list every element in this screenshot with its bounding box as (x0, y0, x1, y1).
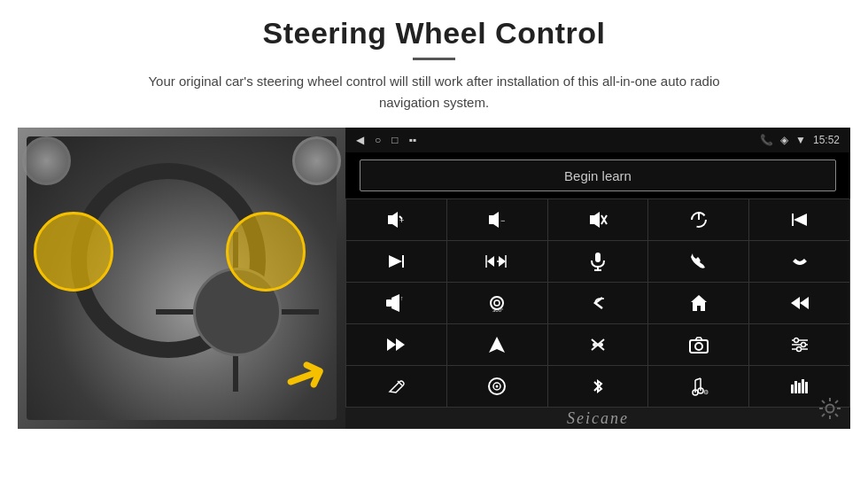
skip-forward-button[interactable] (447, 241, 547, 282)
power-button[interactable] (648, 199, 748, 240)
begin-learn-button[interactable]: Begin learn (360, 159, 836, 191)
svg-point-38 (600, 343, 603, 346)
watermark-text: Seicane (567, 409, 629, 428)
back-arrow-icon[interactable]: ◀ (356, 134, 364, 146)
next-track-button[interactable] (346, 241, 446, 282)
mic-button[interactable] (548, 241, 648, 282)
svg-marker-32 (387, 338, 396, 351)
controls-grid: + − (345, 198, 850, 408)
svg-point-45 (801, 343, 805, 347)
head-unit-screen: ◀ ○ □ ▪▪ 📞 ◈ ▼ 15:52 Begin learn (345, 128, 850, 429)
mute-button[interactable] (548, 199, 648, 240)
svg-marker-33 (396, 338, 405, 351)
svg-rect-60 (802, 379, 804, 393)
title-underline (413, 58, 455, 60)
begin-learn-row: Begin learn (345, 152, 850, 198)
svg-marker-12 (794, 214, 807, 226)
camera-button[interactable] (648, 324, 748, 365)
hang-up-button[interactable] (749, 241, 849, 282)
svg-rect-61 (805, 382, 808, 393)
content-row: ➜ ◀ ○ □ ▪▪ 📞 ◈ ▼ 15:52 (18, 128, 850, 429)
back-button[interactable] (548, 283, 648, 323)
svg-text:⚙: ⚙ (703, 389, 709, 395)
gauge-right (292, 136, 341, 185)
svg-point-44 (794, 338, 798, 343)
page-subtitle: Your original car's steering wheel contr… (124, 71, 744, 113)
call-button[interactable] (648, 241, 748, 282)
gauge-left (22, 136, 71, 185)
home-circle-icon[interactable]: ○ (375, 134, 381, 146)
phone-status-icon: 📞 (760, 134, 773, 146)
svg-point-40 (695, 343, 702, 350)
square-icon[interactable]: □ (391, 134, 398, 146)
rewind-button[interactable] (749, 283, 849, 323)
highlight-circle-right (226, 212, 306, 292)
svg-marker-16 (487, 256, 494, 267)
svg-rect-59 (798, 383, 801, 393)
status-left: ◀ ○ □ ▪▪ (356, 134, 416, 146)
svg-point-62 (826, 405, 834, 413)
svg-marker-4 (489, 212, 499, 228)
page: Steering Wheel Control Your original car… (0, 0, 868, 482)
watermark-bar: Seicane (345, 408, 850, 429)
wifi-status-icon: ▼ (795, 134, 806, 146)
car-image: ➜ (18, 128, 345, 429)
edit-button[interactable] (346, 366, 446, 407)
svg-text:−: − (500, 216, 505, 225)
status-bar: ◀ ○ □ ▪▪ 📞 ◈ ▼ 15:52 (345, 128, 850, 152)
volume-up-button[interactable]: + (346, 199, 446, 240)
bars-icon: ▪▪ (409, 134, 417, 146)
svg-point-50 (496, 385, 499, 388)
svg-marker-30 (800, 297, 809, 309)
svg-point-27 (494, 300, 500, 306)
home-button[interactable] (648, 283, 748, 323)
bluetooth-button[interactable] (548, 366, 648, 407)
status-right: 📞 ◈ ▼ 15:52 (760, 134, 840, 146)
target-circle-button[interactable] (447, 366, 547, 407)
page-title: Steering Wheel Control (263, 16, 606, 51)
navigate-button[interactable] (447, 324, 547, 365)
svg-marker-31 (791, 297, 800, 309)
svg-line-68 (835, 414, 838, 416)
svg-rect-57 (791, 385, 794, 393)
svg-text:↑: ↑ (400, 295, 404, 301)
svg-marker-18 (499, 256, 506, 267)
svg-marker-24 (391, 294, 399, 312)
svg-point-37 (593, 343, 596, 346)
svg-rect-23 (386, 299, 391, 307)
svg-line-53 (695, 378, 701, 380)
camera-360-button[interactable]: 360° (447, 283, 547, 323)
svg-marker-34 (489, 337, 505, 353)
equalizer-button[interactable] (548, 324, 648, 365)
volume-down-button[interactable]: − (447, 199, 547, 240)
time-display: 15:52 (813, 134, 840, 146)
settings-sliders-button[interactable] (749, 324, 849, 365)
svg-marker-29 (691, 295, 707, 311)
svg-line-70 (822, 414, 825, 416)
svg-text:360°: 360° (492, 307, 504, 313)
svg-marker-0 (388, 212, 398, 228)
svg-rect-58 (794, 381, 797, 393)
music-button[interactable]: ⚙ (648, 366, 748, 407)
location-status-icon: ◈ (780, 134, 788, 146)
svg-point-46 (796, 347, 801, 352)
svg-line-67 (822, 400, 825, 403)
settings-gear-icon[interactable] (818, 397, 841, 425)
highlight-circle-left (34, 212, 113, 292)
svg-marker-6 (590, 212, 600, 228)
svg-rect-20 (595, 253, 601, 262)
svg-text:+: + (399, 216, 404, 225)
speaker-button[interactable]: ↑ (346, 283, 446, 323)
prev-track-button[interactable] (749, 199, 849, 240)
svg-marker-13 (389, 255, 402, 268)
fast-forward-button[interactable] (346, 324, 446, 365)
svg-line-69 (835, 400, 838, 403)
